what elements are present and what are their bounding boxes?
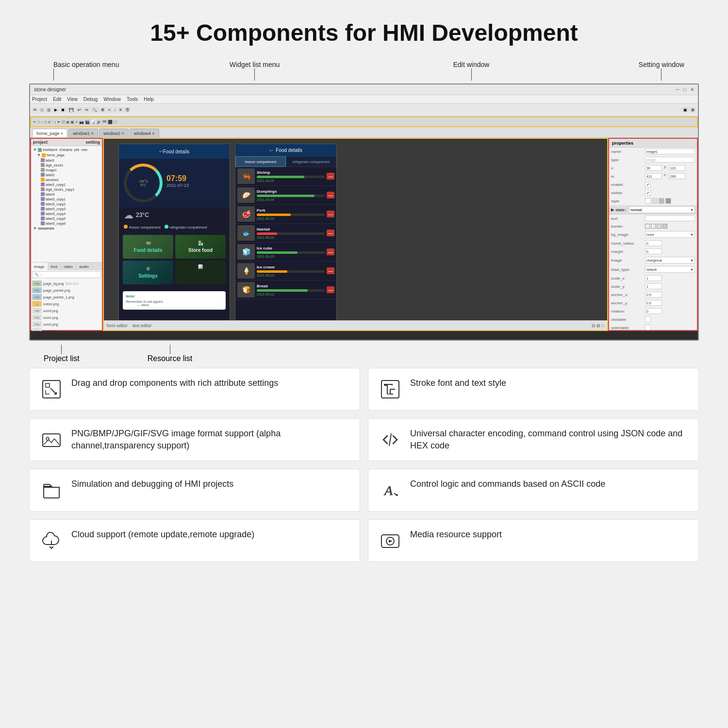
project-image1[interactable]: image1 — [40, 167, 101, 172]
resource-tab-image[interactable]: image — [31, 263, 48, 270]
food-del-shrimp[interactable]: — — [327, 173, 334, 180]
menu-edit[interactable]: Edit — [53, 97, 61, 102]
toolbar-icon-8[interactable]: ↪ — [83, 107, 90, 113]
prop-enable-check[interactable]: ✓ — [645, 182, 651, 187]
project-label2[interactable]: label2 — [40, 172, 101, 177]
project-label1[interactable]: label1 — [40, 158, 101, 163]
project-label3-copy4[interactable]: label3_copy4 — [40, 211, 101, 216]
menu-help[interactable]: Help — [144, 97, 154, 102]
hmi-btn-food-details[interactable]: 🍽 Food details — [123, 235, 173, 259]
prop-image-dropdown[interactable]: chargincar ▼ — [645, 257, 695, 264]
resource-item-juage-pointer-1[interactable]: img juage_pointer_1.png — [32, 294, 101, 300]
toolbar-icon-10[interactable]: ⚙ — [99, 107, 106, 113]
prop-anchor-y-value[interactable]: 0.5 — [645, 300, 662, 306]
tab-home-page[interactable]: home_page × — [32, 129, 67, 137]
prop-clickable-check[interactable] — [645, 316, 651, 322]
resource-search[interactable]: 🔍 + — [32, 271, 101, 278]
food-del-hairtail[interactable]: — — [327, 230, 334, 236]
resource-tab-font[interactable]: font — [48, 263, 61, 270]
toolbar-icon-4[interactable]: ▶ — [53, 107, 59, 113]
resource-item-sum1[interactable]: img sum1.png — [32, 314, 101, 321]
prop-type-value[interactable]: image — [645, 157, 695, 163]
prop-margin-value[interactable]: 0 — [645, 248, 662, 254]
prop-style-color3[interactable] — [659, 198, 664, 204]
project-digit-clock1[interactable]: digit_clock1 — [40, 163, 101, 167]
ide-container: stone-designer ─ □ ✕ Project Edit View D… — [29, 83, 699, 341]
project-label3-copy3[interactable]: label3_copy3 — [40, 206, 101, 211]
prop-name-value[interactable]: image1 — [645, 149, 695, 154]
hmi-btn-settings[interactable]: ⚙ Settings — [123, 261, 173, 284]
prop-scale-x-value[interactable]: 1 — [645, 275, 662, 281]
toolbar-icon-6[interactable]: 💾 — [67, 107, 75, 113]
prop-rotation-value[interactable]: 0 — [645, 308, 662, 314]
prop-state-dropdown[interactable]: normal ▼ — [629, 206, 695, 213]
menu-view[interactable]: View — [67, 97, 78, 102]
tab-window4[interactable]: window4 × — [130, 129, 159, 137]
canvas-tab-text-editor[interactable]: text editor — [132, 323, 152, 328]
canvas-zoom-icon[interactable]: ⊟ ⊞ □ — [592, 323, 604, 328]
prop-selectable-check[interactable] — [645, 325, 651, 331]
tab-window2[interactable]: window2 × — [99, 129, 129, 137]
resource-item-sum2[interactable]: img sum2.png — [32, 321, 101, 328]
food-del-dumplings[interactable]: — — [327, 192, 334, 199]
resource-tab-audio[interactable]: audio — [76, 263, 92, 270]
food-tab-freezer[interactable]: freezer compartment — [235, 156, 286, 167]
food-img-dumplings: 🥟 — [237, 187, 255, 203]
food-del-pork[interactable]: — — [327, 211, 334, 217]
prop-scale-y-value[interactable]: 1 — [645, 283, 662, 289]
prop-h-value[interactable]: 289 — [669, 173, 686, 179]
menu-project[interactable]: Project — [32, 97, 47, 102]
toolbar-icon-2[interactable]: □ — [39, 107, 45, 113]
prop-visible-check[interactable]: ✓ — [645, 190, 651, 196]
hmi-btn-store-food[interactable]: 🏪 Store food — [175, 235, 226, 259]
resource-item-sum3[interactable]: img sum3.png — [32, 328, 101, 331]
project-digit-copy1[interactable]: digit_clock1_copy1 — [40, 187, 101, 192]
prop-anchor-x-value[interactable]: 0.5 — [645, 292, 662, 298]
prop-w-value[interactable]: 411 — [645, 173, 662, 179]
resource-item-juage-pointer[interactable]: img juage_pointer.png — [32, 287, 101, 294]
project-resources[interactable]: ▼ resources — [32, 226, 101, 231]
project-label3-copy1[interactable]: label3_copy1 — [40, 197, 101, 201]
toolbar-icon-right-2[interactable]: ⊞ — [690, 107, 696, 113]
toolbar-icon-9[interactable]: 🔍 — [91, 107, 99, 113]
resource-item-sum0[interactable]: img sum0.png — [32, 307, 101, 314]
menu-debug[interactable]: Debug — [83, 97, 98, 102]
food-del-ice-cream[interactable]: — — [327, 267, 334, 274]
resource-item-juage-bg[interactable]: img juage_bg.png 300×200 — [32, 280, 101, 287]
project-root[interactable]: ▼ Intelligent_charging_pile_new — [32, 147, 101, 152]
prop-round-radius-value[interactable]: 0 — [645, 240, 662, 246]
prop-style-color1[interactable] — [645, 198, 651, 204]
toolbar-icon-right-1[interactable]: ▣ — [682, 107, 689, 113]
tab-window1[interactable]: window1 × — [68, 129, 98, 137]
toolbar-icon-11[interactable]: + — [107, 107, 112, 113]
prop-style-color4[interactable] — [665, 198, 671, 204]
menu-window[interactable]: Window — [103, 97, 121, 102]
prop-x-value[interactable]: 36 — [645, 165, 662, 171]
resource-tab-video[interactable]: video — [61, 263, 76, 270]
project-home-page[interactable]: ▼ home_page — [36, 152, 101, 158]
resource-item-notice[interactable]: ⚠ notice.png — [32, 300, 101, 307]
toolbar-icon-12[interactable]: - — [113, 107, 117, 113]
toolbar-icon-1[interactable]: ✏ — [32, 107, 38, 113]
toolbar-icon-14[interactable]: ☰ — [124, 107, 131, 113]
project-label3[interactable]: label3 — [40, 192, 101, 197]
prop-text-value[interactable] — [645, 215, 695, 221]
prop-draw-type-dropdown[interactable]: default ▼ — [645, 266, 695, 273]
project-label3-copy2[interactable]: label3_copy2 — [40, 201, 101, 206]
project-window1[interactable]: window1 — [40, 177, 101, 182]
toolbar-icon-13[interactable]: ≡ — [118, 107, 123, 113]
menu-tools[interactable]: Tools — [127, 97, 138, 102]
food-del-ice-cube[interactable]: — — [327, 248, 334, 255]
food-tab-refrigerator[interactable]: refrigerator compartment — [286, 156, 336, 167]
prop-style-color2[interactable] — [652, 198, 658, 204]
toolbar-icon-3[interactable]: ◎ — [46, 107, 52, 113]
prop-bg-image-dropdown[interactable]: none ▼ — [645, 231, 695, 238]
project-label3-copy6[interactable]: label3_copy6 — [40, 221, 101, 226]
toolbar-icon-7[interactable]: ↩ — [76, 107, 83, 113]
project-label1-copy1[interactable]: label1_copy1 — [40, 182, 101, 187]
prop-y-value[interactable]: 120 — [668, 165, 685, 171]
canvas-tab-form-editor[interactable]: form editor — [107, 323, 128, 328]
toolbar-icon-5[interactable]: ⏹ — [60, 107, 66, 113]
food-del-bread[interactable]: — — [327, 286, 334, 293]
project-label3-copy5[interactable]: label3_copy5 — [40, 216, 101, 221]
